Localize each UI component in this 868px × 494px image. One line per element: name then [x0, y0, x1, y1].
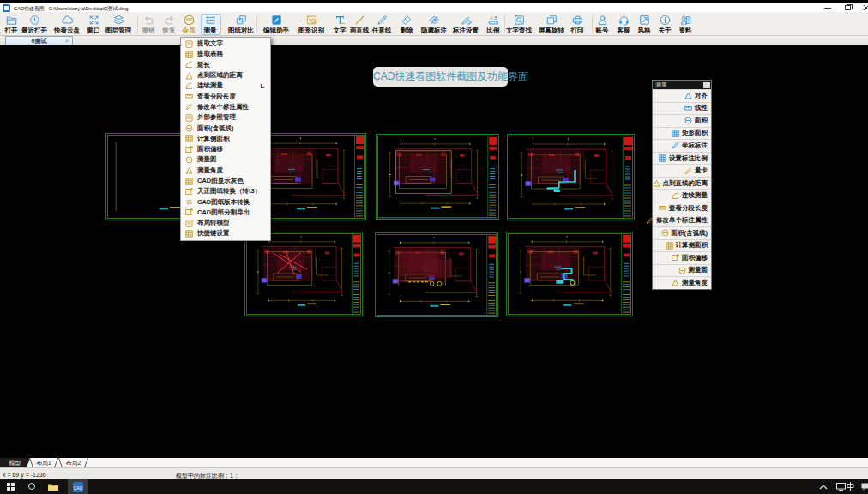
svg-text:CAD: CAD [74, 485, 83, 490]
svg-text::B: :B [493, 15, 497, 21]
